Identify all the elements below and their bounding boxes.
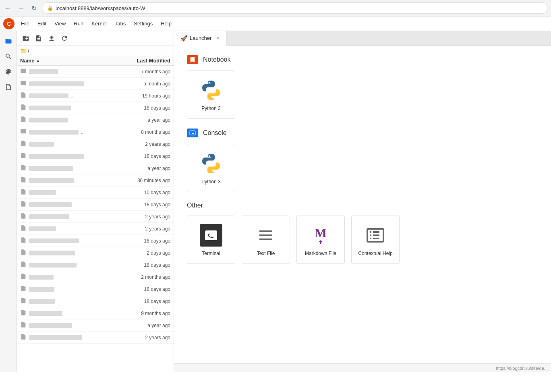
file-icon — [20, 128, 27, 136]
file-row[interactable]: 10 days ago — [17, 187, 174, 199]
file-name-blurred — [29, 226, 56, 231]
python3-notebook-card[interactable]: Python 3 — [187, 71, 235, 119]
file-row[interactable]: 18 days ago — [17, 235, 174, 247]
other-section-header: Other — [187, 202, 538, 209]
file-row[interactable]: 2 years ago — [17, 138, 174, 150]
file-row[interactable]: 36 minutes ago — [17, 174, 174, 187]
menu-help[interactable]: Help — [157, 19, 175, 28]
file-name-cell — [20, 201, 106, 208]
file-row[interactable]: 2 months ago — [17, 271, 174, 283]
terminal-card[interactable]: Terminal — [187, 216, 235, 264]
menu-tabs[interactable]: Tabs — [112, 19, 129, 28]
python3-console-label: Python 3 — [201, 179, 220, 185]
forward-button[interactable]: → — [16, 3, 26, 13]
reload-button[interactable]: ↻ — [29, 3, 39, 13]
file-row[interactable]: 2 days ago — [17, 247, 174, 259]
file-name-cell — [20, 152, 106, 160]
file-panel: 📁 / Name ▲ Last Modified .7 months agoa … — [17, 31, 174, 372]
file-modified-time: 36 minutes ago — [106, 178, 170, 183]
file-dot-indicator: . — [60, 69, 62, 74]
file-row[interactable]: 18 days ago — [17, 150, 174, 162]
file-toolbar — [17, 31, 174, 46]
svg-rect-2 — [21, 129, 26, 134]
terminal-label: Terminal — [202, 251, 220, 256]
sidebar-icon-palette[interactable] — [2, 65, 15, 79]
file-name-cell — [20, 261, 106, 269]
file-row[interactable]: 2 years ago — [17, 223, 174, 235]
refresh-button[interactable] — [59, 33, 70, 44]
text-file-card-icon — [254, 223, 278, 247]
file-row[interactable]: 2 years ago — [17, 211, 174, 223]
other-section-title: Other — [187, 202, 203, 209]
file-row[interactable]: 18 days ago — [17, 259, 174, 271]
launcher-tab[interactable]: 🚀 Launcher × — [174, 31, 226, 46]
file-row[interactable]: 2 years ago — [17, 332, 174, 344]
file-row[interactable]: a year ago — [17, 114, 174, 126]
sidebar-icon-document[interactable] — [2, 80, 15, 94]
file-row[interactable]: 18 days ago — [17, 283, 174, 295]
file-modified-time: 18 days ago — [106, 262, 170, 268]
new-file-button[interactable] — [33, 33, 44, 44]
file-row[interactable]: 9 months ago — [17, 307, 174, 319]
col-modified-header: Last Modified — [106, 58, 170, 64]
menu-file[interactable]: File — [18, 19, 33, 28]
upload-button[interactable] — [46, 33, 57, 44]
file-modified-time: 2 years ago — [106, 226, 170, 232]
file-name-blurred — [29, 311, 62, 316]
file-row[interactable]: a year ago — [17, 162, 174, 174]
file-name-blurred — [29, 239, 79, 243]
file-name-blurred — [29, 69, 58, 74]
file-list[interactable]: .7 months agoa month ago..19 hours ago18… — [17, 66, 174, 372]
file-name-cell — [20, 309, 106, 317]
text-file-card[interactable]: Text File — [242, 216, 290, 264]
menu-run[interactable]: Run — [70, 19, 87, 28]
file-row[interactable]: a year ago — [17, 319, 174, 332]
file-row[interactable]: 18 days ago — [17, 102, 174, 114]
file-row[interactable]: ..8 months ago — [17, 126, 174, 138]
launcher-panel: Notebook Python 3 — [174, 46, 551, 363]
file-row[interactable]: 18 days ago — [17, 199, 174, 211]
sidebar-icon-folder[interactable] — [2, 34, 15, 48]
menu-kernel[interactable]: Kernel — [88, 19, 110, 28]
svg-rect-1 — [21, 81, 26, 85]
contextual-help-label: Contextual Help — [358, 251, 392, 256]
file-name-blurred — [29, 190, 56, 195]
file-modified-time: 2 days ago — [106, 250, 170, 256]
file-name-blurred — [29, 106, 71, 110]
console-section-header: Console — [187, 129, 538, 137]
markdown-file-card[interactable]: M Markdown File — [296, 216, 345, 264]
app-logo: C — [3, 18, 14, 29]
file-modified-time: 2 months ago — [106, 274, 170, 280]
new-folder-button[interactable] — [20, 33, 31, 44]
python3-console-card[interactable]: Python 3 — [187, 144, 235, 192]
file-icon — [20, 249, 27, 257]
back-button[interactable]: ← — [3, 3, 13, 13]
file-name-blurred — [29, 142, 54, 147]
menu-view[interactable]: View — [51, 19, 69, 28]
file-icon — [20, 321, 27, 329]
file-icon — [20, 285, 27, 293]
contextual-help-card-icon — [363, 223, 387, 247]
file-row[interactable]: .7 months ago — [17, 66, 174, 78]
file-icon — [20, 116, 27, 124]
launcher-tab-label: Launcher — [190, 35, 211, 41]
file-modified-time: 7 months ago — [106, 69, 170, 75]
menu-edit[interactable]: Edit — [34, 19, 50, 28]
file-name-blurred — [29, 275, 54, 280]
sort-name-button[interactable]: Name ▲ — [20, 58, 106, 64]
contextual-help-card[interactable]: Contextual Help — [351, 216, 400, 264]
file-row[interactable]: 18 days ago — [17, 295, 174, 307]
launcher-tab-close[interactable]: × — [216, 35, 220, 41]
file-modified-time: 18 days ago — [106, 238, 170, 244]
file-name-cell — [20, 189, 106, 196]
file-icon — [20, 176, 27, 184]
file-row[interactable]: a month ago — [17, 78, 174, 90]
sidebar-icon-search[interactable] — [2, 50, 15, 63]
file-row[interactable]: ..19 hours ago — [17, 90, 174, 102]
menu-settings[interactable]: Settings — [130, 19, 156, 28]
address-bar[interactable]: 🔒 localhost:8889/lab/workspaces/auto-W — [42, 2, 548, 14]
file-name-cell: . — [20, 68, 106, 75]
file-icon — [20, 80, 27, 87]
file-name-cell — [20, 321, 106, 329]
status-bar: https://blogcdn.ru/site/de... — [174, 363, 551, 372]
